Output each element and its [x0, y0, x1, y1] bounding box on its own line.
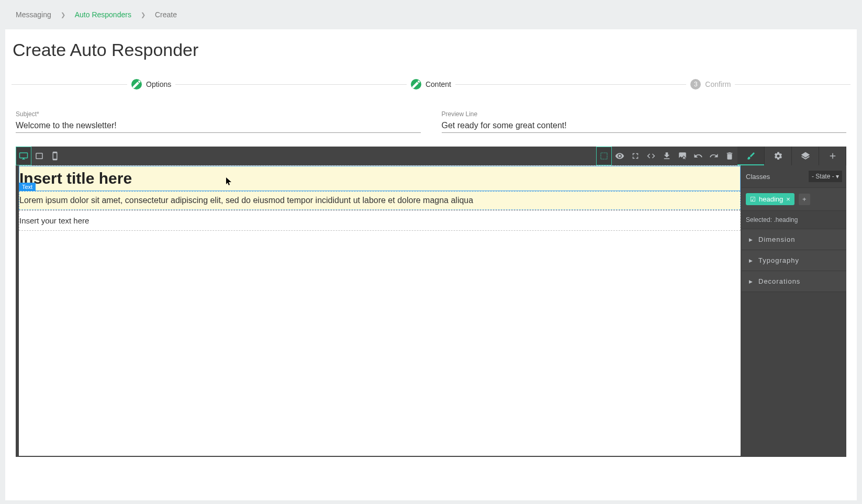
page-title: Create Auto Responder [12, 40, 850, 60]
undo-button[interactable] [690, 147, 706, 165]
preview-line-input[interactable] [442, 119, 847, 133]
add-class-button[interactable]: + [799, 194, 810, 205]
class-tag-heading[interactable]: ☑ heading × [746, 193, 794, 205]
canvas-text-block[interactable]: Text Lorem ipsum dolor sit amet, consect… [19, 191, 741, 210]
breadcrumb: Messaging ❯ Auto Responders ❯ Create [0, 0, 862, 29]
device-mobile-button[interactable] [47, 147, 63, 165]
redo-button[interactable] [706, 147, 722, 165]
subject-input[interactable] [16, 119, 421, 133]
svg-rect-0 [601, 153, 607, 159]
classes-heading: Classes [746, 173, 809, 181]
wizard-step-options[interactable]: Options [12, 79, 291, 89]
edit-icon [131, 79, 142, 89]
toggle-outline-button[interactable] [596, 147, 612, 165]
preview-line-label: Preview Line [442, 110, 847, 118]
wizard-label: Options [146, 80, 171, 88]
code-view-button[interactable] [643, 147, 659, 165]
canvas-placeholder-text[interactable]: Insert your text here [19, 216, 89, 225]
editor-body: Insert title here Text Lorem ipsum dolor… [16, 165, 846, 457]
wizard-label: Confirm [705, 80, 731, 88]
styles-tab[interactable] [737, 147, 765, 165]
chevron-right-icon: ❯ [141, 12, 145, 18]
layers-tab[interactable] [792, 147, 819, 165]
fullscreen-button[interactable] [628, 147, 643, 165]
chevron-right-icon: ❯ [61, 12, 65, 18]
subject-label: Subject* [16, 110, 421, 118]
blocks-tab[interactable] [819, 147, 846, 165]
accordion-label: Dimension [758, 236, 795, 243]
accordion-typography[interactable]: ▶ Typography [742, 250, 846, 271]
accordion-label: Typography [758, 256, 799, 264]
step-number-icon: 3 [690, 79, 701, 89]
panel-tabs [737, 147, 846, 165]
element-type-badge: Text [19, 183, 36, 191]
canvas-lorem-text[interactable]: Lorem ipsum dolor sit amet, consectetur … [19, 196, 473, 205]
breadcrumb-item-auto-responders[interactable]: Auto Responders [75, 10, 131, 19]
wizard-step-content[interactable]: Content [291, 79, 570, 89]
canvas-heading-text[interactable]: Insert title here [19, 166, 740, 191]
editor-toolbar [16, 147, 846, 165]
state-select[interactable]: - State - ▾ [809, 171, 842, 182]
caret-right-icon: ▶ [749, 258, 753, 263]
remove-class-button[interactable]: × [786, 195, 790, 203]
tag-check-icon: ☑ [750, 196, 756, 203]
caret-right-icon: ▶ [749, 279, 753, 284]
device-tablet-button[interactable] [31, 147, 47, 165]
device-desktop-button[interactable] [16, 147, 31, 165]
settings-tab[interactable] [765, 147, 792, 165]
style-sidebar: Classes - State - ▾ ☑ heading × + Select… [742, 165, 846, 457]
caret-right-icon: ▶ [749, 237, 753, 242]
wizard-step-confirm[interactable]: 3 Confirm [571, 79, 850, 89]
canvas-column: Insert title here Text Lorem ipsum dolor… [16, 165, 742, 457]
clear-image-button[interactable] [675, 147, 690, 165]
wizard-label: Content [426, 80, 451, 88]
editor-canvas[interactable]: Insert title here Text Lorem ipsum dolor… [17, 165, 741, 456]
selected-indicator: Selected: .heading [742, 211, 846, 229]
form-row: Subject* Preview Line [12, 110, 850, 133]
wizard-steps: Options Content 3 Confirm [12, 79, 850, 89]
delete-button[interactable] [722, 147, 737, 165]
edit-icon [411, 79, 421, 89]
breadcrumb-item-create: Create [155, 10, 177, 19]
accordion-dimension[interactable]: ▶ Dimension [742, 229, 846, 250]
canvas-placeholder-block[interactable]: Insert your text here [19, 210, 741, 231]
canvas-heading-block[interactable]: Insert title here [19, 166, 741, 191]
accordion-decorations[interactable]: ▶ Decorations [742, 271, 846, 292]
class-tag-label: heading [759, 195, 783, 203]
accordion-label: Decorations [758, 277, 800, 285]
preview-button[interactable] [612, 147, 628, 165]
breadcrumb-item-messaging[interactable]: Messaging [16, 10, 51, 19]
download-button[interactable] [659, 147, 675, 165]
main-card: Create Auto Responder Options Content 3 … [5, 29, 857, 500]
